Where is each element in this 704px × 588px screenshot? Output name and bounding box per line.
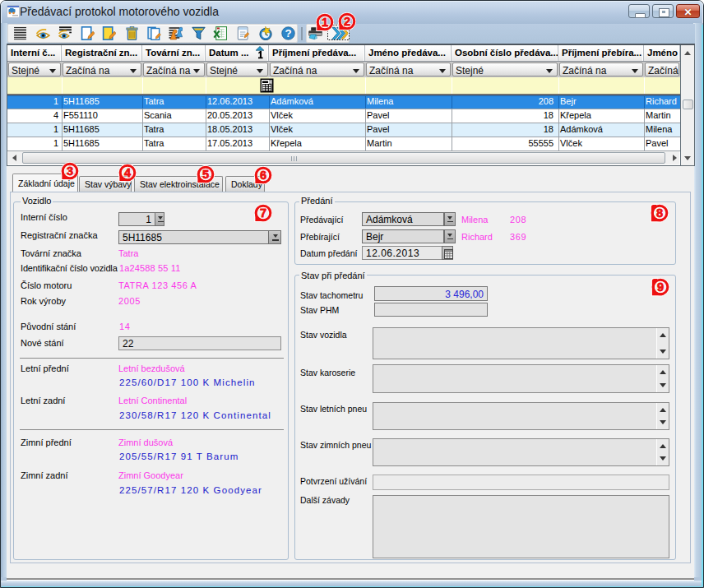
svg-text:?: ?: [285, 27, 291, 39]
svg-text:3: 3: [67, 164, 73, 178]
svg-text:8: 8: [656, 206, 663, 220]
svg-text:2: 2: [343, 14, 350, 27]
svg-text:5: 5: [202, 167, 209, 180]
svg-text:9: 9: [657, 280, 664, 293]
svg-text:6: 6: [260, 169, 266, 182]
svg-text:7: 7: [260, 206, 266, 220]
svg-text:4: 4: [124, 166, 131, 179]
svg-text:1: 1: [321, 15, 327, 28]
